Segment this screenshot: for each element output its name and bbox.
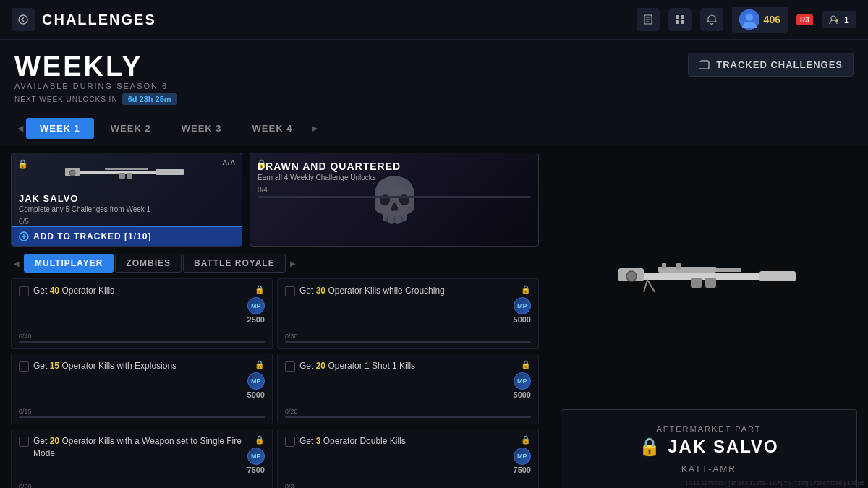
challenge-item-3[interactable]: Get 15 Operator Kills with Explosions 🔒 … [11, 354, 273, 424]
challenge-2-progress-text: 0/30 [285, 333, 298, 340]
svg-rect-18 [127, 173, 132, 179]
jak-salvo-card[interactable]: 🔒 A/A JAK SALVO Complete any 5 Challenge… [11, 153, 242, 247]
challenge-3-progress-text: 0/15 [19, 408, 32, 415]
document-icon-btn[interactable] [637, 8, 660, 31]
svg-rect-12 [699, 61, 709, 69]
challenge-2-checkbox[interactable] [285, 286, 295, 296]
reward-cards: 🔒 A/A JAK SALVO Complete any 5 Challenge… [11, 153, 539, 247]
drawn-title: DRAWN AND QUARTERED [250, 160, 538, 172]
header-title: CHALLENGES [42, 12, 156, 28]
challenge-item-5[interactable]: Get 20 Operator Kills with a Weapon set … [11, 429, 273, 488]
grid-icon-btn[interactable] [668, 8, 692, 31]
jak-tag: A/A [223, 159, 237, 166]
unlock-label: NEXT WEEK UNLOCKS IN [14, 95, 118, 103]
challenge-3-bar [19, 416, 265, 418]
challenge-3-right: 🔒 MP 5000 [247, 360, 265, 399]
player-xp: 406 [764, 14, 780, 25]
weapon-display [561, 153, 857, 402]
challenge-item-6[interactable]: Get 3 Operator Double Kills 🔒 MP 7500 0/… [277, 429, 539, 488]
tab-week1[interactable]: WEEK 1 [26, 118, 94, 139]
challenge-4-progress-text: 0/20 [285, 408, 298, 415]
challenge-5-progress-text: 0/20 [19, 483, 32, 488]
challenge-6-xp-icon: MP [514, 448, 531, 465]
challenge-2-progress: 0/30 [285, 328, 531, 343]
tracked-challenges-button[interactable]: TRACKED CHALLENGES [688, 53, 854, 77]
challenges-grid: Get 40 Operator Kills 🔒 MP 2500 0/40 [11, 278, 539, 488]
challenge-item-4[interactable]: Get 20 Operator 1 Shot 1 Kills 🔒 MP 5000… [277, 354, 539, 424]
svg-rect-28 [705, 278, 716, 288]
challenge-4-checkbox[interactable] [285, 361, 295, 372]
challenge-4-xp-badge: MP 5000 [514, 372, 531, 399]
svg-point-29 [626, 271, 637, 281]
svg-rect-32 [676, 263, 681, 269]
challenge-5-text: Get 20 Operator Kills with a Weapon set … [33, 435, 243, 460]
drawn-progress-bar [258, 196, 531, 198]
weekly-subtitle: AVAILABLE DURING SEASON 6 [14, 82, 177, 90]
friends-button[interactable]: 1 [822, 11, 856, 28]
tab-week2[interactable]: WEEK 2 [97, 118, 165, 139]
mode-right-icon: ▶ [290, 260, 296, 267]
back-button[interactable] [12, 8, 35, 31]
tab-multiplayer[interactable]: MULTIPLAYER [24, 254, 114, 273]
challenge-5-xp-badge: MP 7500 [247, 448, 265, 474]
challenge-6-progress: 0/3 [285, 479, 531, 488]
challenge-2-header: Get 30 Operator Kills while Crouching 🔒 … [285, 285, 531, 324]
challenge-3-xp: 5000 [247, 390, 265, 399]
challenge-3-lock: 🔒 [255, 360, 265, 369]
challenge-2-text: Get 30 Operator Kills while Crouching [299, 285, 509, 297]
aftermarket-lock-icon: 🔒 [639, 437, 662, 457]
challenge-3-checkbox[interactable] [19, 361, 29, 372]
rank-badge: R3 [796, 14, 813, 25]
player-badge[interactable]: 406 [732, 7, 788, 33]
header-right: 406 R3 1 [637, 7, 856, 33]
drawn-progress: 0/4 [250, 183, 538, 204]
challenge-5-xp: 7500 [247, 466, 265, 474]
challenge-5-header: Get 20 Operator Kills with a Weapon set … [19, 435, 265, 474]
challenge-1-bar [19, 341, 265, 343]
debug-bar: 10.18.19750334 [86:162:11278+11:A] Th [7… [681, 479, 868, 488]
challenge-4-text: Get 20 Operator 1 Shot 1 Kills [299, 360, 509, 372]
tab-battle-royale[interactable]: BATTLE ROYALE [183, 254, 286, 273]
challenge-item-1[interactable]: Get 40 Operator Kills 🔒 MP 2500 0/40 [11, 278, 273, 349]
challenge-1-checkbox[interactable] [19, 286, 29, 296]
weekly-left: WEEKLY AVAILABLE DURING SEASON 6 NEXT WE… [14, 53, 177, 105]
bell-icon-btn[interactable] [700, 8, 723, 31]
weekly-unlock: NEXT WEEK UNLOCKS IN 6d 23h 25m [14, 93, 177, 105]
jak-weapon-image [12, 153, 242, 193]
jak-progress-text: 0/5 [19, 218, 234, 226]
svg-rect-31 [662, 263, 666, 269]
challenge-item-2[interactable]: Get 30 Operator Kills while Crouching 🔒 … [277, 278, 539, 349]
jak-lock-icon: 🔒 [17, 159, 28, 169]
weekly-header: WEEKLY AVAILABLE DURING SEASON 6 NEXT WE… [0, 40, 868, 112]
challenge-6-progress-text: 0/3 [285, 483, 294, 488]
challenge-2-right: 🔒 MP 5000 [514, 285, 531, 324]
challenge-6-xp: 7500 [514, 466, 531, 474]
svg-rect-6 [681, 15, 684, 19]
tab-week3[interactable]: WEEK 3 [168, 118, 236, 139]
svg-point-0 [19, 15, 27, 24]
challenge-2-bar [285, 341, 531, 343]
tab-zombies[interactable]: ZOMBIES [115, 254, 182, 273]
add-tracked-button[interactable]: ADD TO TRACKED [1/10] [12, 226, 242, 246]
right-panel: AFTERMARKET PART 🔒 JAK SALVO KATT-AMR [550, 145, 868, 488]
tab-week4[interactable]: WEEK 4 [239, 118, 307, 139]
challenge-6-lock: 🔒 [521, 435, 531, 445]
svg-rect-16 [105, 168, 148, 170]
svg-point-10 [746, 14, 753, 21]
svg-rect-30 [658, 267, 716, 273]
challenge-1-xp-badge: MP 2500 [247, 297, 265, 324]
drawn-quartered-card[interactable]: 🔒 💀 DRAWN AND QUARTERED Earn all 4 Weekl… [250, 153, 539, 247]
challenge-1-text: Get 40 Operator Kills [33, 285, 243, 297]
challenge-6-checkbox[interactable] [285, 437, 295, 447]
unlock-time: 6d 23h 25m [122, 93, 177, 105]
challenge-5-checkbox[interactable] [19, 437, 29, 447]
challenge-4-bar [285, 416, 531, 418]
challenge-1-xp-icon: MP [247, 297, 265, 314]
challenge-2-lock: 🔒 [521, 285, 531, 294]
challenge-1-right: 🔒 MP 2500 [247, 285, 265, 324]
challenge-1-progress: 0/40 [19, 328, 265, 343]
challenge-2-xp: 5000 [514, 315, 531, 324]
challenge-1-progress-text: 0/40 [19, 333, 32, 340]
svg-line-33 [644, 280, 647, 292]
challenge-4-lock: 🔒 [521, 360, 531, 369]
